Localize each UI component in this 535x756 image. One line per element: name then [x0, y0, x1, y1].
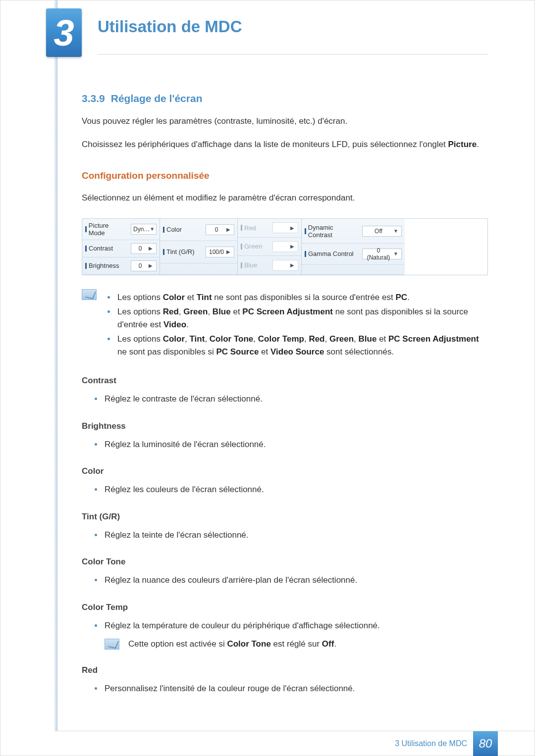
note-list: Les options Color et Tint ne sont pas di…: [106, 289, 488, 360]
param-tint-desc: Réglez la teinte de l'écran sélectionné.: [93, 529, 488, 542]
param-tint-title: Tint (G/R): [82, 512, 488, 522]
note-icon: [82, 289, 97, 300]
chapter-number: 3: [54, 12, 74, 54]
page-number-badge: 80: [473, 731, 498, 756]
chevron-right-icon: ▶: [147, 246, 154, 251]
section-title: Réglage de l'écran: [111, 93, 203, 104]
red-control: ▶: [269, 219, 301, 238]
section-number: 3.3.9: [82, 93, 105, 104]
tint-label: Tint (G/R): [160, 241, 203, 263]
picture-mode-label: Picture Mode: [82, 219, 128, 240]
side-rail: [54, 0, 57, 731]
page-footer: 3 Utilisation de MDC 80: [54, 731, 535, 756]
note-item: Les options Color, Tint, Color Tone, Col…: [106, 333, 488, 358]
param-colortone-title: Color Tone: [82, 557, 488, 567]
green-label: Green: [238, 238, 269, 256]
intro-p1: Vous pouvez régler les paramètres (contr…: [82, 115, 488, 128]
chevron-right-icon: ▶: [289, 225, 296, 231]
contrast-label: Contrast: [82, 240, 128, 257]
note-block: Les options Color et Tint ne sont pas di…: [82, 289, 488, 360]
brightness-control[interactable]: 0▶: [128, 257, 160, 275]
page-number: 80: [479, 737, 492, 751]
custom-heading: Configuration personnalisée: [82, 170, 488, 181]
param-colortemp-desc: Réglez la température de couleur du péri…: [93, 619, 488, 632]
param-colortemp-title: Color Temp: [82, 603, 488, 612]
gamma-control-label: Gamma Control: [302, 244, 359, 264]
red-label: Red: [238, 219, 269, 238]
contrast-control[interactable]: 0▶: [128, 240, 160, 257]
dynamic-contrast-label: Dynamic Contrast: [302, 219, 359, 244]
note-icon: [105, 639, 119, 650]
chevron-right-icon: ▶: [289, 244, 296, 249]
param-colortone-desc: Réglez la nuance des couleurs d'arrière-…: [93, 574, 488, 587]
chevron-down-icon: ▼: [150, 226, 155, 232]
color-control[interactable]: 0▶: [203, 219, 237, 241]
custom-desc: Sélectionnez un élément et modifiez le p…: [82, 192, 488, 204]
panel-col-3: Red ▶ Green ▶ Blue ▶: [238, 219, 302, 275]
header-divider: [98, 54, 488, 54]
chevron-down-icon: ▼: [392, 228, 399, 234]
note-item: Les options Red, Green, Blue et PC Scree…: [106, 305, 488, 331]
chapter-badge: 3: [46, 8, 82, 57]
brightness-label: Brightness: [82, 257, 128, 275]
param-red-desc: Personnalisez l'intensité de la couleur …: [93, 682, 488, 695]
param-color-desc: Réglez les couleurs de l'écran sélection…: [93, 483, 488, 496]
color-label: Color: [160, 219, 203, 241]
section-heading: 3.3.9Réglage de l'écran: [82, 93, 488, 104]
page: 3 Utilisation de MDC 3.3.9Réglage de l'é…: [0, 0, 535, 756]
chevron-right-icon: ▶: [289, 262, 296, 268]
note-item: Les options Color et Tint ne sont pas di…: [106, 291, 488, 304]
settings-panel: Picture Mode Dyn…▼ Contrast 0▶ Brightnes…: [82, 218, 488, 275]
blue-control: ▶: [269, 256, 301, 275]
param-red-title: Red: [82, 665, 488, 675]
param-colortemp-note: Cette option est activée si Color Tone e…: [105, 639, 488, 650]
tint-control[interactable]: 100/0▶: [203, 241, 237, 263]
footer-label: 3 Utilisation de MDC: [395, 739, 467, 748]
panel-col-4: Dynamic Contrast Off▼ Gamma Control 0 (N…: [302, 219, 405, 275]
gamma-control-control[interactable]: 0 (Natural)▼: [359, 244, 405, 264]
param-contrast-title: Contrast: [82, 376, 488, 386]
chevron-right-icon: ▶: [225, 227, 232, 232]
chapter-title: Utilisation de MDC: [98, 17, 242, 36]
param-contrast-desc: Réglez le contraste de l'écran sélection…: [93, 393, 488, 405]
panel-col-1: Picture Mode Dyn…▼ Contrast 0▶ Brightnes…: [82, 219, 160, 275]
chevron-right-icon: ▶: [147, 263, 154, 268]
content-area: 3.3.9Réglage de l'écran Vous pouvez régl…: [82, 93, 488, 697]
green-control: ▶: [269, 238, 301, 256]
param-color-title: Color: [82, 466, 488, 476]
picture-mode-control[interactable]: Dyn…▼: [128, 219, 160, 240]
blue-label: Blue: [238, 256, 269, 275]
intro-p2: Choisissez les périphériques d'affichage…: [82, 139, 488, 151]
chevron-down-icon: ▼: [392, 251, 399, 256]
param-brightness-title: Brightness: [82, 421, 488, 431]
chevron-right-icon: ▶: [225, 249, 232, 254]
panel-col-2: Color 0▶ Tint (G/R) 100/0▶: [160, 219, 238, 275]
dynamic-contrast-control[interactable]: Off▼: [359, 219, 405, 244]
param-brightness-desc: Réglez la luminosité de l'écran sélectio…: [93, 438, 488, 451]
